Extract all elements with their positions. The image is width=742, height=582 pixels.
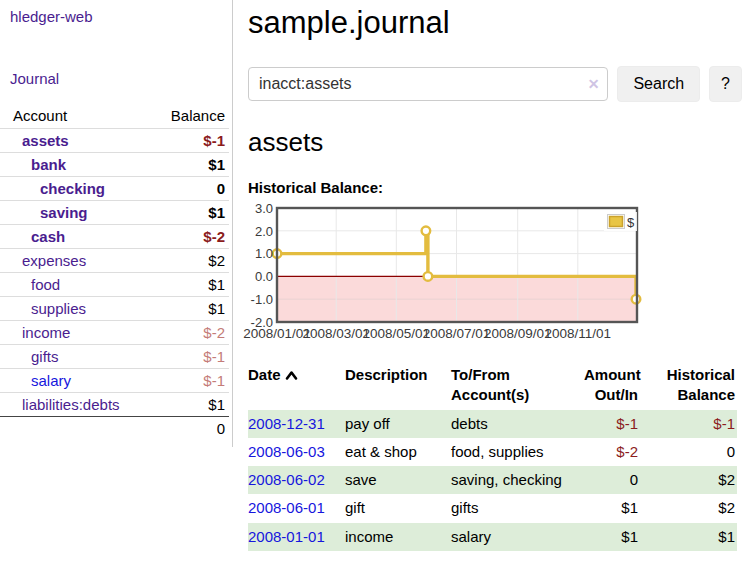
transaction-accounts: saving, checking [451, 466, 584, 494]
transaction-date-link[interactable]: 2008-06-02 [248, 471, 325, 488]
account-balance: 0 [217, 180, 225, 197]
accounts-column-header: To/From Account(s) [451, 363, 584, 410]
y-tick: 3.0 [255, 201, 273, 216]
transaction-amount: $-2 [584, 438, 646, 466]
transaction-description: income [345, 523, 451, 551]
transaction-amount: $1 [584, 523, 646, 551]
account-link[interactable]: assets [22, 132, 69, 149]
account-link[interactable]: supplies [31, 300, 86, 317]
transaction-balance: $2 [646, 494, 737, 522]
account-link[interactable]: expenses [22, 252, 86, 269]
account-balance: $-2 [203, 228, 225, 245]
transaction-balance: $1 [646, 523, 737, 551]
account-link[interactable]: income [22, 324, 70, 341]
account-row-supplies[interactable]: supplies $1 [0, 296, 229, 320]
register-row[interactable]: 2008-06-02 save saving, checking 0 $2 [248, 466, 737, 494]
y-tick: 2.0 [255, 224, 273, 239]
historical-balance-chart: $ 3.0 2.0 1.0 0.0 -1.0 -2.0 2008/01/01 2… [248, 204, 742, 346]
account-balance: $-2 [203, 324, 225, 341]
account-balance: $1 [208, 276, 225, 293]
chart-title: Historical Balance: [248, 179, 742, 196]
amount-column-header: Amount Out/In [584, 363, 646, 410]
account-row-expenses[interactable]: expenses $2 [0, 248, 229, 272]
page-title: sample.journal [248, 5, 742, 41]
search-button[interactable]: Search [617, 66, 700, 102]
legend-swatch [610, 217, 623, 227]
y-axis-labels: 3.0 2.0 1.0 0.0 -1.0 -2.0 [251, 201, 273, 330]
x-tick: 2008/07/01 [423, 326, 491, 341]
transaction-date-link[interactable]: 2008-06-01 [248, 499, 325, 516]
register-row[interactable]: 2008-06-03 eat & shop food, supplies $-2… [248, 438, 737, 466]
transaction-date-link[interactable]: 2008-06-03 [248, 443, 325, 460]
account-row-salary[interactable]: salary $-1 [0, 368, 229, 392]
help-button[interactable]: ? [709, 66, 742, 102]
date-column-header[interactable]: Date [248, 363, 345, 410]
account-row-income[interactable]: income $-2 [0, 320, 229, 344]
account-row-saving[interactable]: saving $1 [0, 200, 229, 224]
search-input[interactable] [248, 67, 608, 101]
account-link[interactable]: cash [31, 228, 65, 245]
register-row[interactable]: 2008-12-31 pay off debts $-1 $-1 [248, 410, 737, 438]
account-row-checking[interactable]: checking 0 [0, 176, 229, 200]
transaction-balance: $2 [646, 466, 737, 494]
transaction-amount: $-1 [584, 410, 646, 438]
register-table: Date Description To/From Account(s) Amou… [248, 363, 737, 551]
account-row-assets[interactable]: assets $-1 [0, 128, 229, 152]
main-content: sample.journal ✕ Search ? assets Histori… [248, 0, 742, 551]
transaction-date-link[interactable]: 2008-12-31 [248, 415, 325, 432]
account-row-bank[interactable]: bank $1 [0, 152, 229, 176]
transaction-accounts: debts [451, 410, 584, 438]
app-title-link[interactable]: hledger-web [10, 8, 93, 25]
balance-column-header: Balance [171, 107, 225, 124]
account-link[interactable]: checking [40, 180, 105, 197]
journal-link[interactable]: Journal [10, 70, 59, 87]
x-axis-labels: 2008/01/01 2008/03/01 2008/05/01 2008/07… [243, 326, 611, 341]
transaction-date-link[interactable]: 2008-01-01 [248, 528, 325, 545]
y-tick: 1.0 [255, 246, 273, 261]
transaction-accounts: gifts [451, 494, 584, 522]
x-tick: 2008/03/01 [302, 326, 370, 341]
data-point [422, 227, 431, 236]
account-row-cash[interactable]: cash $-2 [0, 224, 229, 248]
accounts-total-value: 0 [217, 420, 225, 437]
transaction-description: gift [345, 494, 451, 522]
accounts-table: Account Balance assets $-1 bank $1 check… [0, 103, 229, 440]
x-tick: 2008/01/01 [243, 326, 311, 341]
account-link[interactable]: bank [31, 156, 66, 173]
transaction-balance: $-1 [646, 410, 737, 438]
account-row-food[interactable]: food $1 [0, 272, 229, 296]
search-form: ✕ Search ? [248, 66, 742, 102]
date-header-label: Date [248, 366, 281, 383]
transaction-amount: 0 [584, 466, 646, 494]
account-link[interactable]: liabilities:debts [22, 396, 120, 413]
legend-label: $ [627, 215, 635, 230]
transaction-balance: 0 [646, 438, 737, 466]
account-link[interactable]: food [31, 276, 60, 293]
clear-search-icon[interactable]: ✕ [588, 76, 600, 92]
account-link[interactable]: gifts [31, 348, 59, 365]
transaction-accounts: salary [451, 523, 584, 551]
account-row-liabilities-debts[interactable]: liabilities:debts $1 [0, 392, 229, 416]
account-link[interactable]: salary [31, 372, 71, 389]
account-balance: $-1 [203, 348, 225, 365]
account-row-gifts[interactable]: gifts $-1 [0, 344, 229, 368]
account-balance: $1 [208, 156, 225, 173]
account-link[interactable]: saving [40, 204, 88, 221]
sidebar: hledger-web Journal Account Balance asse… [0, 0, 233, 447]
transaction-description: pay off [345, 410, 451, 438]
account-balance: $-1 [203, 132, 225, 149]
chart-legend: $ [604, 212, 637, 231]
account-heading: assets [248, 127, 742, 158]
accounts-table-header: Account Balance [0, 103, 229, 128]
balance-chart-svg: $ 3.0 2.0 1.0 0.0 -1.0 -2.0 2008/01/01 2… [248, 204, 742, 346]
account-balance: $-1 [203, 372, 225, 389]
x-tick: 2008/11/01 [545, 326, 612, 341]
y-tick: 0.0 [255, 269, 273, 284]
transaction-description: eat & shop [345, 438, 451, 466]
accounts-total-row: 0 [0, 416, 229, 440]
register-row[interactable]: 2008-01-01 income salary $1 $1 [248, 523, 737, 551]
x-tick: 2008/05/01 [363, 326, 431, 341]
register-row[interactable]: 2008-06-01 gift gifts $1 $2 [248, 494, 737, 522]
account-balance: $1 [208, 300, 225, 317]
description-column-header: Description [345, 363, 451, 410]
